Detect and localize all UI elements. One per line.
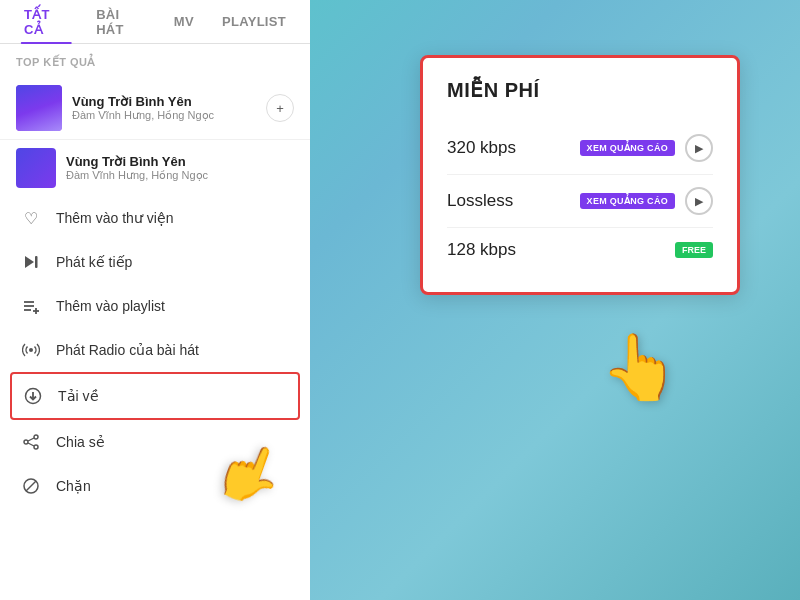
menu-label-share: Chia sẻ (56, 434, 105, 450)
tab-mv[interactable]: MV (160, 0, 208, 44)
radio-icon (20, 339, 42, 361)
top-result-item: Vùng Trời Bình Yên Đàm Vĩnh Hưng, Hồng N… (0, 77, 310, 140)
menu-item-download[interactable]: Tải về (10, 372, 300, 420)
svg-line-13 (28, 438, 34, 441)
badge-xem-quang-cao-320[interactable]: XEM QUẢNG CÁO (580, 140, 675, 156)
menu-item-next[interactable]: Phát kế tiếp (0, 240, 310, 284)
top-result-info: Vùng Trời Bình Yên Đàm Vĩnh Hưng, Hồng N… (72, 94, 256, 122)
badge-free-128: FREE (675, 242, 713, 258)
quality-label-320: 320 kbps (447, 138, 570, 158)
quality-row-lossless[interactable]: Lossless XEM QUẢNG CÁO ▶ (447, 175, 713, 228)
play-button-320[interactable]: ▶ (685, 134, 713, 162)
download-icon (22, 385, 44, 407)
svg-marker-0 (25, 256, 34, 268)
song-artist: Đàm Vĩnh Hưng, Hồng Ngọc (66, 169, 294, 182)
menu-item-playlist[interactable]: Thêm vào playlist (0, 284, 310, 328)
badge-xem-quang-cao-lossless[interactable]: XEM QUẢNG CÁO (580, 193, 675, 209)
play-next-icon (20, 251, 42, 273)
quality-row-128[interactable]: 128 kbps FREE (447, 228, 713, 272)
hand-emoji-pointing-up: 👆 (600, 330, 680, 405)
play-button-lossless[interactable]: ▶ (685, 187, 713, 215)
heart-icon: ♡ (20, 207, 42, 229)
menu-label-download: Tải về (58, 388, 99, 404)
quality-popup: MIỄN PHÍ 320 kbps XEM QUẢNG CÁO ▶ Lossle… (420, 55, 740, 295)
song-info: Vùng Trời Bình Yên Đàm Vĩnh Hưng, Hồng N… (66, 154, 294, 182)
top-result-artist: Đàm Vĩnh Hưng, Hồng Ngọc (72, 109, 256, 122)
top-result-thumbnail (16, 85, 62, 131)
quality-label-lossless: Lossless (447, 191, 570, 211)
quality-row-320[interactable]: 320 kbps XEM QUẢNG CÁO ▶ (447, 122, 713, 175)
quality-label-128: 128 kbps (447, 240, 665, 260)
popup-title: MIỄN PHÍ (447, 78, 713, 102)
share-icon (20, 431, 42, 453)
svg-point-10 (34, 435, 38, 439)
svg-rect-1 (35, 256, 38, 268)
song-title: Vùng Trời Bình Yên (66, 154, 294, 169)
section-header-top-results: TOP KẾT QUẢ (0, 44, 310, 77)
tab-tat-ca[interactable]: TẤT CẢ (10, 0, 82, 44)
menu-item-library[interactable]: ♡ Thêm vào thư viện (0, 196, 310, 240)
svg-line-16 (26, 481, 36, 491)
menu-item-radio[interactable]: Phát Radio của bài hát (0, 328, 310, 372)
tab-playlist[interactable]: PLAYLIST (208, 0, 300, 44)
block-icon (20, 475, 42, 497)
nav-tabs: TẤT CẢ BÀI HÁT MV PLAYLIST (0, 0, 310, 44)
menu-label-library: Thêm vào thư viện (56, 210, 174, 226)
add-playlist-icon (20, 295, 42, 317)
top-result-add-button[interactable]: + (266, 94, 294, 122)
menu-label-radio: Phát Radio của bài hát (56, 342, 199, 358)
tab-bai-hat[interactable]: BÀI HÁT (82, 0, 160, 44)
top-result-title: Vùng Trời Bình Yên (72, 94, 256, 109)
song-row[interactable]: Vùng Trời Bình Yên Đàm Vĩnh Hưng, Hồng N… (0, 140, 310, 196)
svg-point-7 (29, 348, 33, 352)
svg-line-14 (28, 443, 34, 446)
song-thumbnail (16, 148, 56, 188)
menu-label-block: Chặn (56, 478, 91, 494)
menu-label-next: Phát kế tiếp (56, 254, 132, 270)
menu-label-playlist: Thêm vào playlist (56, 298, 165, 314)
svg-point-11 (34, 445, 38, 449)
svg-point-12 (24, 440, 28, 444)
